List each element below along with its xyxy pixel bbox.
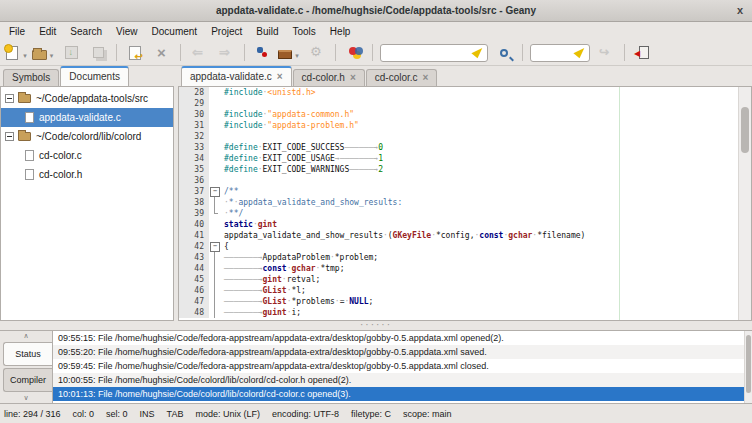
line-number: 48 <box>179 307 209 318</box>
code-line[interactable]: 42{ <box>179 241 751 252</box>
code-line[interactable]: 48───────→guint·i; <box>179 307 751 318</box>
revert-button[interactable] <box>122 42 148 64</box>
save-button[interactable] <box>58 42 84 64</box>
line-number: 30 <box>179 109 209 120</box>
quit-button[interactable] <box>630 42 656 64</box>
tabs-scroll-down-icon[interactable]: ∨ <box>0 393 52 403</box>
execute-button[interactable] <box>304 42 330 64</box>
code-line[interactable]: 45───────→gint·retval; <box>179 274 751 285</box>
code-line[interactable]: 46───────→GList·*l; <box>179 285 751 296</box>
tabs-scroll-up-icon[interactable]: ∧ <box>0 331 52 341</box>
message-tab-status[interactable]: Status <box>3 342 52 366</box>
tree-folder-colord-lib-colord[interactable]: ~/Code/colord/lib/colord <box>1 127 173 146</box>
search-entry[interactable] <box>380 44 488 62</box>
menu-view[interactable]: View <box>109 24 145 39</box>
code-line[interactable]: 35#define·EXIT_CODE_WARNINGS─────→2 <box>179 164 751 175</box>
message-scrollbar[interactable] <box>744 331 752 403</box>
sidebar-tab-documents[interactable]: Documents <box>60 66 129 86</box>
code-line[interactable]: 37/** <box>179 186 751 197</box>
editor-tab-appdata-validate-c[interactable]: appdata-validate.c <box>181 66 292 86</box>
code-line[interactable]: 33#define·EXIT_CODE_SUCCESS──────→0 <box>179 142 751 153</box>
tree-folder-appdata-tools-src[interactable]: ~/Code/appdata-tools/src <box>1 89 173 108</box>
goto-entry-input[interactable] <box>531 46 576 60</box>
menu-project[interactable]: Project <box>204 24 249 39</box>
status-message-list[interactable]: 09:55:15: File /home/hughsie/Code/fedora… <box>53 331 752 403</box>
navigate-forward-button[interactable] <box>213 42 239 64</box>
line-number: 28 <box>179 87 209 98</box>
editor-text-area[interactable]: 28#include·<unistd.h>2930#include·"appda… <box>178 86 752 321</box>
search-button[interactable] <box>491 42 517 64</box>
code-line[interactable]: 44───────→const·gchar·*tmp; <box>179 263 751 274</box>
log-row-4[interactable]: 10:00:55: File /home/hughsie/Code/colord… <box>53 373 752 387</box>
navigate-back-button[interactable] <box>186 42 212 64</box>
menu-search[interactable]: Search <box>63 24 109 39</box>
menu-build[interactable]: Build <box>249 24 285 39</box>
menu-edit[interactable]: Edit <box>32 24 63 39</box>
code-line[interactable]: 40static·gint <box>179 219 751 230</box>
code-line[interactable]: 43───────→AppdataProblem·*problem; <box>179 252 751 263</box>
goto-line-button[interactable] <box>593 42 619 64</box>
message-window-splitter[interactable] <box>0 321 752 330</box>
dropdown-arrow-icon[interactable] <box>20 44 30 62</box>
fold-box-icon[interactable] <box>209 186 221 197</box>
search-entry-input[interactable] <box>381 46 474 60</box>
tree-file-appdata-validate-c[interactable]: appdata-validate.c <box>1 108 173 127</box>
color-chooser-button[interactable] <box>341 42 367 64</box>
tree-file-cd-color-c[interactable]: cd-color.c <box>1 146 173 165</box>
code-line[interactable]: 31#include·"appdata-problem.h" <box>179 120 751 131</box>
collapse-expander-icon[interactable] <box>5 132 14 141</box>
code-line[interactable]: 32 <box>179 131 751 142</box>
build-button[interactable] <box>277 42 303 64</box>
close-tab-icon[interactable] <box>423 72 429 83</box>
code-line[interactable]: 38·*·appdata_validate_and_show_results: <box>179 197 751 208</box>
close-document-button[interactable] <box>149 42 175 64</box>
message-scrollbar-thumb[interactable] <box>746 335 751 393</box>
code-line[interactable]: 30#include·"appdata-common.h" <box>179 109 751 120</box>
editor-tab-cd-color-h[interactable]: cd-color.h <box>293 69 365 86</box>
tree-file-cd-color-h[interactable]: cd-color.h <box>1 165 173 184</box>
line-number: 33 <box>179 142 209 153</box>
menu-file[interactable]: File <box>2 24 32 39</box>
code-line[interactable]: 34#define·EXIT_CODE_USAGE→───────→1 <box>179 153 751 164</box>
compile-button[interactable] <box>250 42 276 64</box>
sidebar-tab-symbols[interactable]: Symbols <box>3 69 59 86</box>
window-close-icon[interactable]: x <box>737 0 743 21</box>
documents-tree[interactable]: ~/Code/appdata-tools/srcappdata-validate… <box>0 86 174 321</box>
save-all-button[interactable] <box>85 42 111 64</box>
color-icon <box>353 51 361 59</box>
close-tab-icon[interactable] <box>350 72 356 83</box>
menu-tools[interactable]: Tools <box>286 24 323 39</box>
menu-document[interactable]: Document <box>145 24 205 39</box>
code-line[interactable]: 47───────→GList·*problems·=·NULL; <box>179 296 751 307</box>
editor-tab-cd-color-c[interactable]: cd-color.c <box>366 69 438 86</box>
open-file-button[interactable] <box>31 42 57 64</box>
new-document-button[interactable] <box>4 42 30 64</box>
log-row-3[interactable]: 09:59:45: File /home/hughsie/Code/fedora… <box>53 359 752 373</box>
log-row-1[interactable]: 09:55:15: File /home/hughsie/Code/fedora… <box>53 331 752 345</box>
code-line[interactable]: 36 <box>179 175 751 186</box>
dropdown-arrow-icon[interactable] <box>292 44 302 62</box>
fold-corner-icon <box>209 208 221 219</box>
code-line[interactable]: 28#include·<unistd.h> <box>179 87 751 98</box>
code-line[interactable]: 41appdata_validate_and_show_results·(GKe… <box>179 230 751 241</box>
tree-folder-colord-lib-colord-label: ~/Code/colord/lib/colord <box>36 131 141 142</box>
title-bar[interactable]: appdata-validate.c - /home/hughsie/Code/… <box>0 0 752 22</box>
collapse-expander-icon[interactable] <box>5 94 14 103</box>
line-number: 44 <box>179 263 209 274</box>
message-tab-compiler[interactable]: Compiler <box>3 368 52 392</box>
filetype-indicator: filetype: C <box>351 409 391 419</box>
new-icon <box>6 46 18 60</box>
log-row-2[interactable]: 09:55:20: File /home/hughsie/Code/fedora… <box>53 345 752 359</box>
dropdown-arrow-icon[interactable] <box>47 44 57 62</box>
menu-help[interactable]: Help <box>323 24 358 39</box>
tree-folder-appdata-tools-src-label: ~/Code/appdata-tools/src <box>36 93 148 104</box>
line-number: 45 <box>179 274 209 285</box>
fold-margin <box>209 87 221 98</box>
close-tab-icon[interactable] <box>277 71 283 82</box>
fold-box-icon[interactable] <box>209 241 221 252</box>
code-line[interactable]: 39·**/ <box>179 208 751 219</box>
log-row-5[interactable]: 10:01:13: File /home/hughsie/Code/colord… <box>53 387 752 401</box>
code-line[interactable]: 29 <box>179 98 751 109</box>
eol-mode-indicator: mode: Unix (LF) <box>195 409 260 419</box>
goto-entry[interactable] <box>530 44 590 62</box>
